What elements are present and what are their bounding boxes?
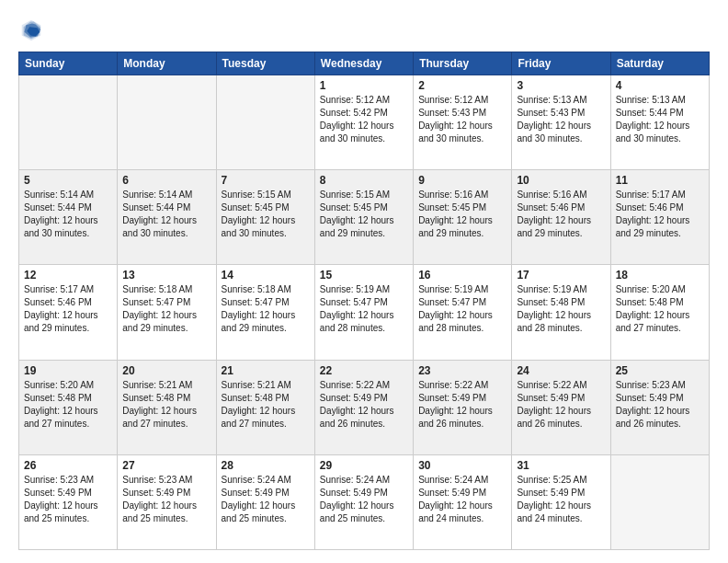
weekday-sunday: Sunday bbox=[19, 52, 118, 75]
day-number: 5 bbox=[24, 174, 112, 187]
day-cell: 7Sunrise: 5:15 AM Sunset: 5:45 PM Daylig… bbox=[216, 170, 314, 265]
day-cell: 12Sunrise: 5:17 AM Sunset: 5:46 PM Dayli… bbox=[19, 265, 118, 360]
day-number: 17 bbox=[517, 269, 605, 282]
day-cell: 27Sunrise: 5:23 AM Sunset: 5:49 PM Dayli… bbox=[118, 454, 216, 549]
day-number: 28 bbox=[222, 459, 310, 472]
day-info: Sunrise: 5:24 AM Sunset: 5:49 PM Dayligh… bbox=[418, 474, 506, 525]
day-cell: 29Sunrise: 5:24 AM Sunset: 5:49 PM Dayli… bbox=[314, 454, 413, 549]
day-number: 15 bbox=[320, 269, 408, 282]
day-number: 23 bbox=[418, 364, 506, 377]
day-number: 29 bbox=[320, 459, 408, 472]
day-cell bbox=[610, 454, 709, 549]
day-cell: 2Sunrise: 5:12 AM Sunset: 5:43 PM Daylig… bbox=[414, 75, 512, 170]
day-info: Sunrise: 5:13 AM Sunset: 5:43 PM Dayligh… bbox=[517, 94, 605, 145]
day-info: Sunrise: 5:17 AM Sunset: 5:46 PM Dayligh… bbox=[24, 283, 112, 335]
day-number: 24 bbox=[517, 364, 605, 377]
day-number: 19 bbox=[24, 364, 112, 377]
day-cell: 24Sunrise: 5:22 AM Sunset: 5:49 PM Dayli… bbox=[512, 360, 610, 454]
day-cell: 28Sunrise: 5:24 AM Sunset: 5:49 PM Dayli… bbox=[216, 454, 314, 549]
day-info: Sunrise: 5:23 AM Sunset: 5:49 PM Dayligh… bbox=[24, 474, 112, 525]
day-info: Sunrise: 5:22 AM Sunset: 5:49 PM Dayligh… bbox=[320, 379, 408, 431]
day-info: Sunrise: 5:17 AM Sunset: 5:46 PM Dayligh… bbox=[616, 189, 704, 240]
day-info: Sunrise: 5:24 AM Sunset: 5:49 PM Dayligh… bbox=[320, 474, 408, 525]
day-number: 21 bbox=[222, 364, 310, 377]
day-number: 14 bbox=[222, 269, 310, 282]
day-info: Sunrise: 5:14 AM Sunset: 5:44 PM Dayligh… bbox=[24, 189, 112, 240]
day-number: 7 bbox=[222, 174, 310, 187]
day-number: 3 bbox=[517, 79, 605, 92]
day-cell: 26Sunrise: 5:23 AM Sunset: 5:49 PM Dayli… bbox=[19, 454, 118, 549]
day-cell: 8Sunrise: 5:15 AM Sunset: 5:45 PM Daylig… bbox=[314, 170, 413, 265]
day-number: 26 bbox=[24, 459, 112, 472]
day-info: Sunrise: 5:19 AM Sunset: 5:47 PM Dayligh… bbox=[320, 283, 408, 335]
day-cell: 1Sunrise: 5:12 AM Sunset: 5:42 PM Daylig… bbox=[314, 75, 413, 170]
weekday-tuesday: Tuesday bbox=[216, 52, 314, 75]
day-cell: 30Sunrise: 5:24 AM Sunset: 5:49 PM Dayli… bbox=[414, 454, 512, 549]
day-number: 9 bbox=[418, 174, 506, 187]
weekday-thursday: Thursday bbox=[414, 52, 512, 75]
day-info: Sunrise: 5:22 AM Sunset: 5:49 PM Dayligh… bbox=[517, 379, 605, 431]
day-cell: 19Sunrise: 5:20 AM Sunset: 5:48 PM Dayli… bbox=[19, 360, 118, 454]
day-cell: 20Sunrise: 5:21 AM Sunset: 5:48 PM Dayli… bbox=[118, 360, 216, 454]
day-cell: 23Sunrise: 5:22 AM Sunset: 5:49 PM Dayli… bbox=[414, 360, 512, 454]
day-info: Sunrise: 5:20 AM Sunset: 5:48 PM Dayligh… bbox=[24, 379, 112, 431]
week-row-2: 5Sunrise: 5:14 AM Sunset: 5:44 PM Daylig… bbox=[19, 170, 710, 265]
day-cell: 6Sunrise: 5:14 AM Sunset: 5:44 PM Daylig… bbox=[118, 170, 216, 265]
day-info: Sunrise: 5:21 AM Sunset: 5:48 PM Dayligh… bbox=[222, 379, 310, 431]
day-number: 13 bbox=[122, 269, 210, 282]
day-cell: 4Sunrise: 5:13 AM Sunset: 5:44 PM Daylig… bbox=[610, 75, 709, 170]
logo-icon bbox=[18, 17, 44, 42]
day-cell: 9Sunrise: 5:16 AM Sunset: 5:45 PM Daylig… bbox=[414, 170, 512, 265]
day-info: Sunrise: 5:12 AM Sunset: 5:42 PM Dayligh… bbox=[320, 94, 408, 145]
day-cell: 3Sunrise: 5:13 AM Sunset: 5:43 PM Daylig… bbox=[512, 75, 610, 170]
day-cell: 25Sunrise: 5:23 AM Sunset: 5:49 PM Dayli… bbox=[610, 360, 709, 454]
day-cell: 11Sunrise: 5:17 AM Sunset: 5:46 PM Dayli… bbox=[610, 170, 709, 265]
day-info: Sunrise: 5:12 AM Sunset: 5:43 PM Dayligh… bbox=[418, 94, 506, 145]
weekday-header-row: SundayMondayTuesdayWednesdayThursdayFrid… bbox=[19, 52, 710, 75]
week-row-1: 1Sunrise: 5:12 AM Sunset: 5:42 PM Daylig… bbox=[19, 75, 710, 170]
weekday-friday: Friday bbox=[512, 52, 610, 75]
day-number: 25 bbox=[616, 364, 704, 377]
day-number: 10 bbox=[517, 174, 605, 187]
weekday-saturday: Saturday bbox=[610, 52, 709, 75]
day-info: Sunrise: 5:15 AM Sunset: 5:45 PM Dayligh… bbox=[320, 189, 408, 240]
day-number: 11 bbox=[616, 174, 704, 187]
day-number: 22 bbox=[320, 364, 408, 377]
page: SundayMondayTuesdayWednesdayThursdayFrid… bbox=[0, 0, 728, 563]
day-info: Sunrise: 5:23 AM Sunset: 5:49 PM Dayligh… bbox=[122, 474, 210, 525]
day-info: Sunrise: 5:16 AM Sunset: 5:46 PM Dayligh… bbox=[517, 189, 605, 240]
day-cell: 17Sunrise: 5:19 AM Sunset: 5:48 PM Dayli… bbox=[512, 265, 610, 360]
day-number: 18 bbox=[616, 269, 704, 282]
day-info: Sunrise: 5:24 AM Sunset: 5:49 PM Dayligh… bbox=[222, 474, 310, 525]
day-number: 6 bbox=[122, 174, 210, 187]
day-number: 12 bbox=[24, 269, 112, 282]
day-cell: 5Sunrise: 5:14 AM Sunset: 5:44 PM Daylig… bbox=[19, 170, 118, 265]
calendar-table: SundayMondayTuesdayWednesdayThursdayFrid… bbox=[18, 52, 710, 550]
day-cell: 22Sunrise: 5:22 AM Sunset: 5:49 PM Dayli… bbox=[314, 360, 413, 454]
week-row-4: 19Sunrise: 5:20 AM Sunset: 5:48 PM Dayli… bbox=[19, 360, 710, 454]
day-info: Sunrise: 5:13 AM Sunset: 5:44 PM Dayligh… bbox=[616, 94, 704, 145]
day-info: Sunrise: 5:23 AM Sunset: 5:49 PM Dayligh… bbox=[616, 379, 704, 431]
day-cell bbox=[118, 75, 216, 170]
day-cell: 18Sunrise: 5:20 AM Sunset: 5:48 PM Dayli… bbox=[610, 265, 709, 360]
day-cell bbox=[216, 75, 314, 170]
day-cell: 10Sunrise: 5:16 AM Sunset: 5:46 PM Dayli… bbox=[512, 170, 610, 265]
day-info: Sunrise: 5:22 AM Sunset: 5:49 PM Dayligh… bbox=[418, 379, 506, 431]
day-cell: 21Sunrise: 5:21 AM Sunset: 5:48 PM Dayli… bbox=[216, 360, 314, 454]
header bbox=[18, 17, 710, 42]
day-info: Sunrise: 5:19 AM Sunset: 5:47 PM Dayligh… bbox=[418, 283, 506, 335]
day-number: 8 bbox=[320, 174, 408, 187]
day-number: 27 bbox=[122, 459, 210, 472]
day-info: Sunrise: 5:18 AM Sunset: 5:47 PM Dayligh… bbox=[122, 283, 210, 335]
weekday-wednesday: Wednesday bbox=[314, 52, 413, 75]
day-info: Sunrise: 5:19 AM Sunset: 5:48 PM Dayligh… bbox=[517, 283, 605, 335]
day-number: 31 bbox=[517, 459, 605, 472]
day-cell: 14Sunrise: 5:18 AM Sunset: 5:47 PM Dayli… bbox=[216, 265, 314, 360]
day-info: Sunrise: 5:25 AM Sunset: 5:49 PM Dayligh… bbox=[517, 474, 605, 525]
day-cell: 13Sunrise: 5:18 AM Sunset: 5:47 PM Dayli… bbox=[118, 265, 216, 360]
day-info: Sunrise: 5:21 AM Sunset: 5:48 PM Dayligh… bbox=[122, 379, 210, 431]
day-number: 4 bbox=[616, 79, 704, 92]
day-number: 2 bbox=[418, 79, 506, 92]
day-cell: 31Sunrise: 5:25 AM Sunset: 5:49 PM Dayli… bbox=[512, 454, 610, 549]
day-number: 20 bbox=[122, 364, 210, 377]
